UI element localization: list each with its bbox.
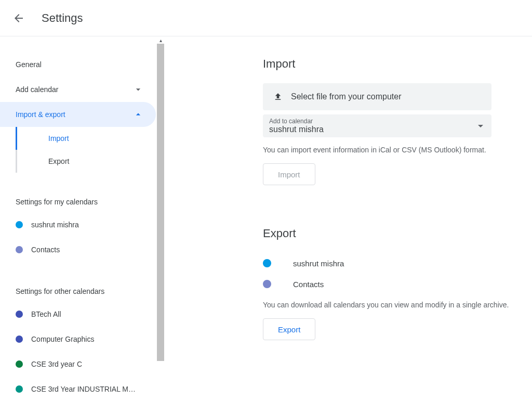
nav-add-calendar-label: Add calendar (16, 85, 59, 94)
nav-import-export[interactable]: Import & export (0, 102, 156, 127)
my-cal-contacts-label: Contacts (31, 246, 60, 254)
my-calendars-header: Settings for my calendars (0, 173, 156, 212)
calendar-dot-icon (16, 335, 23, 343)
content-area: ▴ General Add calendar Import & export I… (0, 36, 532, 413)
dropdown-arrow-icon (478, 125, 483, 127)
nav-sub-export[interactable]: Export (16, 150, 156, 173)
sidebar-scroll[interactable]: ▴ General Add calendar Import & export I… (0, 36, 164, 413)
main-content: Import Select file from your computer Ad… (164, 36, 532, 413)
page-title: Settings (42, 11, 83, 25)
nav-general-label: General (16, 60, 42, 69)
calendar-dot-icon (16, 385, 23, 393)
other-cal-cse3c[interactable]: CSE 3rd year C (0, 352, 156, 377)
other-calendars-header: Settings for other calendars (0, 262, 156, 302)
other-cal-graphics[interactable]: Computer Graphics (0, 327, 156, 352)
import-button[interactable]: Import (263, 163, 315, 185)
import-title: Import (263, 57, 532, 71)
other-cal-cse3ind[interactable]: CSE 3rd Year INDUSTRIAL M… (0, 377, 156, 402)
other-cal-btech-label: BTech All (31, 310, 61, 318)
sidebar: General Add calendar Import & export Imp… (0, 52, 156, 402)
dropdown-label: Add to calendar (269, 118, 324, 125)
export-cal-sushrut: sushrut mishra (263, 253, 532, 274)
back-button[interactable] (8, 8, 29, 29)
my-cal-sushrut[interactable]: sushrut mishra (0, 212, 156, 237)
calendar-dot-icon (16, 246, 23, 253)
import-hint: You can import event information in iCal… (263, 146, 532, 154)
dropdown-value: sushrut mishra (269, 125, 324, 134)
export-cal-contacts: Contacts (263, 274, 532, 294)
other-cal-graphics-label: Computer Graphics (31, 335, 94, 343)
header: Settings (0, 0, 532, 36)
nav-import-export-label: Import & export (16, 110, 65, 119)
other-cal-cse3c-label: CSE 3rd year C (31, 360, 82, 368)
upload-icon (273, 92, 283, 101)
calendar-dot-icon (263, 259, 271, 267)
my-cal-sushrut-label: sushrut mishra (31, 221, 79, 229)
other-cal-btech[interactable]: BTech All (0, 302, 156, 327)
nav-sub-import-label: Import (48, 134, 69, 143)
add-to-calendar-dropdown[interactable]: Add to calendar sushrut mishra (263, 114, 491, 137)
export-title: Export (263, 227, 532, 240)
nav-sub-import[interactable]: Import (16, 127, 156, 150)
calendar-dot-icon (16, 360, 23, 368)
nav-general[interactable]: General (0, 52, 156, 77)
export-cal-sushrut-label: sushrut mishra (293, 259, 344, 268)
export-hint: You can download all calendars you can v… (263, 301, 532, 309)
chevron-down-icon (133, 84, 143, 95)
file-select-button[interactable]: Select file from your computer (263, 83, 491, 110)
import-section: Import Select file from your computer Ad… (263, 57, 532, 185)
file-select-label: Select file from your computer (291, 92, 402, 101)
export-cal-contacts-label: Contacts (293, 280, 324, 289)
nav-sub-export-label: Export (48, 157, 69, 165)
export-button[interactable]: Export (263, 318, 315, 340)
calendar-dot-icon (16, 221, 23, 228)
other-cal-cse3ind-label: CSE 3rd Year INDUSTRIAL M… (31, 385, 136, 393)
my-cal-contacts[interactable]: Contacts (0, 237, 156, 262)
chevron-up-icon (133, 109, 143, 120)
arrow-back-icon (12, 12, 25, 24)
calendar-dot-icon (263, 280, 271, 288)
export-section: Export sushrut mishra Contacts You can d… (263, 227, 532, 340)
calendar-dot-icon (16, 311, 23, 318)
nav-add-calendar[interactable]: Add calendar (0, 77, 156, 102)
